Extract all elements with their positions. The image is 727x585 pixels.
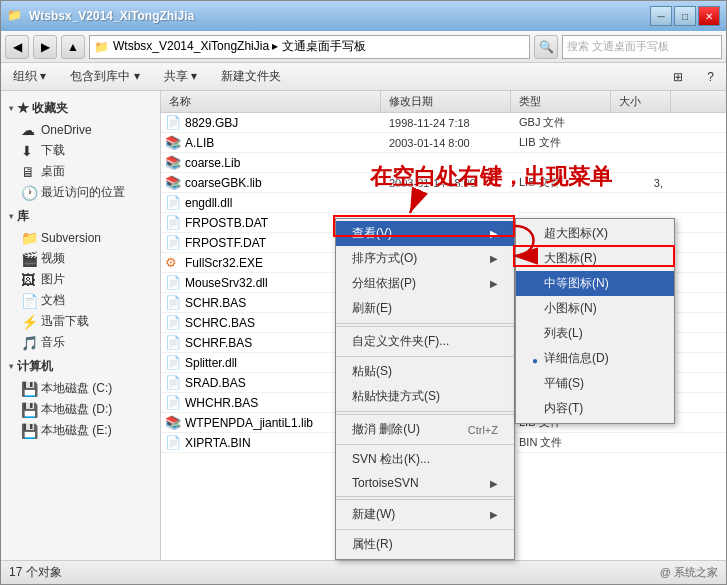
favorites-header[interactable]: ▾ ★ 收藏夹 [1, 97, 160, 120]
menu-item-tortoisesvn[interactable]: TortoiseSVN ▶ [336, 472, 514, 497]
menu-item-properties-label: 属性(R) [352, 536, 498, 553]
menu-item-sort-label: 排序方式(O) [352, 250, 490, 267]
library-header[interactable]: ▾ 库 [1, 205, 160, 228]
file-icon: 📄 [165, 315, 181, 331]
submenu-item-content[interactable]: 内容(T) [516, 396, 674, 421]
menu-item-group[interactable]: 分组依据(P) ▶ [336, 271, 514, 296]
table-row[interactable]: 📚A.LIB 2003-01-14 8:00 LIB 文件 [161, 133, 726, 153]
table-row[interactable]: 📄engdll.dll [161, 193, 726, 213]
submenu-item-tile[interactable]: 平铺(S) [516, 371, 674, 396]
submenu-item-small[interactable]: 小图标(N) [516, 296, 674, 321]
col-header-type[interactable]: 类型 [511, 91, 611, 112]
forward-button[interactable]: ▶ [33, 35, 57, 59]
sidebar-item-download[interactable]: ⬇ 下载 [1, 140, 160, 161]
col-header-name[interactable]: 名称 [161, 91, 381, 112]
submenu-item-large[interactable]: 大图标(R) [516, 246, 674, 271]
sidebar-item-c-drive[interactable]: 💾 本地磁盘 (C:) [1, 378, 160, 399]
radio-list [532, 330, 540, 338]
menu-item-svn-checkout[interactable]: SVN 检出(K)... [336, 447, 514, 472]
new-folder-button[interactable]: 新建文件夹 [217, 66, 285, 87]
menu-item-undo-label: 撤消 删除(U) [352, 421, 460, 438]
file-icon: 📄 [165, 215, 181, 231]
view-button[interactable]: ⊞ [669, 68, 687, 86]
col-header-size[interactable]: 大小 [611, 91, 671, 112]
file-name: SCHR.BAS [185, 296, 246, 310]
submenu-item-medium[interactable]: 中等图标(N) [516, 271, 674, 296]
desktop-icon: 🖥 [21, 164, 37, 180]
include-library-button[interactable]: 包含到库中 ▾ [66, 66, 143, 87]
sidebar-item-onedrive-label: OneDrive [41, 123, 92, 137]
file-icon: 📄 [165, 235, 181, 251]
menu-item-paste-label: 粘贴(S) [352, 363, 498, 380]
col-header-date[interactable]: 修改日期 [381, 91, 511, 112]
file-name: coarseGBK.lib [185, 176, 262, 190]
sidebar-item-documents[interactable]: 📄 文档 [1, 290, 160, 311]
menu-item-sort[interactable]: 排序方式(O) ▶ [336, 246, 514, 271]
sidebar-item-pictures[interactable]: 🖼 图片 [1, 269, 160, 290]
favorites-section: ▾ ★ 收藏夹 ☁ OneDrive ⬇ 下载 🖥 桌面 🕐 最近访问的 [1, 97, 160, 203]
file-icon: 📄 [165, 355, 181, 371]
radio-content [532, 405, 540, 413]
system-brand: @ 系统之家 [660, 565, 718, 580]
file-name: A.LIB [185, 136, 214, 150]
table-row[interactable]: 📄8829.GBJ 1998-11-24 7:18 GBJ 文件 [161, 113, 726, 133]
submenu-item-extra-large[interactable]: 超大图标(X) [516, 221, 674, 246]
title-bar: 📁 Wtsbsx_V2014_XiTongZhiJia ─ □ ✕ [1, 1, 726, 31]
window-controls: ─ □ ✕ [650, 6, 720, 26]
submenu-item-tile-label: 平铺(S) [544, 375, 584, 392]
library-label: 库 [17, 208, 29, 225]
sidebar-item-recent[interactable]: 🕐 最近访问的位置 [1, 182, 160, 203]
go-button[interactable]: 🔍 [534, 35, 558, 59]
file-name: MouseSrv32.dll [185, 276, 268, 290]
sidebar-item-desktop[interactable]: 🖥 桌面 [1, 161, 160, 182]
sidebar-item-recent-label: 最近访问的位置 [41, 184, 125, 201]
sidebar-item-thunder[interactable]: ⚡ 迅雷下载 [1, 311, 160, 332]
maximize-button[interactable]: □ [674, 6, 696, 26]
close-button[interactable]: ✕ [698, 6, 720, 26]
minimize-button[interactable]: ─ [650, 6, 672, 26]
file-name: SCHRF.BAS [185, 336, 252, 350]
organize-button[interactable]: 组织 ▾ [9, 66, 50, 87]
computer-collapse-icon: ▾ [9, 362, 13, 371]
radio-tile [532, 380, 540, 388]
menu-separator-6 [336, 529, 514, 530]
menu-separator-4 [336, 444, 514, 445]
address-bar[interactable]: 📁 Wtsbsx_V2014_XiTongZhiJia ▸ 文通桌面手写板 [89, 35, 530, 59]
sidebar-item-video[interactable]: 🎬 视频 [1, 248, 160, 269]
menu-item-undo[interactable]: 撤消 删除(U) Ctrl+Z [336, 417, 514, 442]
help-button[interactable]: ? [703, 68, 718, 86]
sidebar-item-pictures-label: 图片 [41, 271, 65, 288]
sidebar-item-e-drive[interactable]: 💾 本地磁盘 (E:) [1, 420, 160, 441]
menu-item-view[interactable]: 查看(V) ▶ [336, 221, 514, 246]
sidebar-item-d-drive[interactable]: 💾 本地磁盘 (D:) [1, 399, 160, 420]
sidebar-item-onedrive[interactable]: ☁ OneDrive [1, 120, 160, 140]
file-name: SRAD.BAS [185, 376, 246, 390]
computer-header[interactable]: ▾ 计算机 [1, 355, 160, 378]
file-icon: 📚 [165, 175, 181, 191]
sidebar-item-thunder-label: 迅雷下载 [41, 313, 89, 330]
submenu-item-detail[interactable]: ● 详细信息(D) [516, 346, 674, 371]
menu-item-paste-shortcut[interactable]: 粘贴快捷方式(S) [336, 384, 514, 412]
file-type: GBJ 文件 [511, 115, 611, 130]
menu-item-paste-shortcut-label: 粘贴快捷方式(S) [352, 388, 498, 405]
file-name: Splitter.dll [185, 356, 237, 370]
submenu-item-list[interactable]: 列表(L) [516, 321, 674, 346]
file-name: engdll.dll [185, 196, 232, 210]
table-row[interactable]: 📚coarse.Lib [161, 153, 726, 173]
sidebar-item-subversion[interactable]: 📁 Subversion [1, 228, 160, 248]
menu-item-properties[interactable]: 属性(R) [336, 532, 514, 557]
menu-item-refresh[interactable]: 刷新(E) [336, 296, 514, 324]
menu-item-new[interactable]: 新建(W) ▶ [336, 502, 514, 527]
back-button[interactable]: ◀ [5, 35, 29, 59]
menu-item-paste[interactable]: 粘贴(S) [336, 359, 514, 384]
library-section: ▾ 库 📁 Subversion 🎬 视频 🖼 图片 📄 文档 [1, 205, 160, 353]
file-icon: 📄 [165, 275, 181, 291]
table-row[interactable]: 📚coarseGBK.lib 2003-01-14 18:00 LIB 文件 3… [161, 173, 726, 193]
share-button[interactable]: 共享 ▾ [160, 66, 201, 87]
menu-item-customize[interactable]: 自定义文件夹(F)... [336, 329, 514, 354]
search-input[interactable]: 搜索 文通桌面手写板 [562, 35, 722, 59]
file-icon: 📚 [165, 415, 181, 431]
sidebar-item-music[interactable]: 🎵 音乐 [1, 332, 160, 353]
up-button[interactable]: ▲ [61, 35, 85, 59]
file-icon: 📄 [165, 195, 181, 211]
